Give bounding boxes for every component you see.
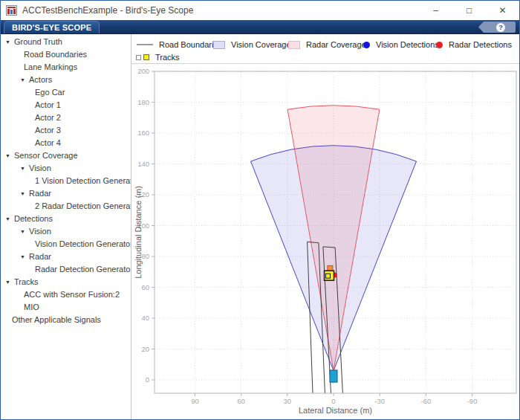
tree-item-label: Detections bbox=[14, 213, 53, 225]
tree-item-label: 1 Vision Detection Generator bbox=[35, 175, 131, 187]
track-square-swatch bbox=[143, 54, 149, 60]
ribbon-bar: BIRD'S-EYE SCOPE ? bbox=[1, 20, 519, 34]
tree-item-label: Tracks bbox=[14, 276, 39, 288]
tree-item-acc-with-sensor-fusion-2[interactable]: ACC with Sensor Fusion:2 bbox=[1, 288, 131, 301]
x-axis-label: Lateral Distance (m) bbox=[299, 406, 372, 415]
legend-item-radar-coverage: Radar Coverage bbox=[288, 39, 366, 51]
tree-collapse-arrow-icon[interactable]: ▼ bbox=[5, 213, 10, 225]
tree-item-1-vision-detection-generator[interactable]: 1 Vision Detection Generator bbox=[1, 175, 131, 187]
legend-label: Vision Detections bbox=[376, 40, 439, 49]
tree-item-label: Vision Detection Generator bbox=[35, 238, 131, 251]
tree-item-label: Actors bbox=[29, 74, 52, 86]
tree-item-actor-3[interactable]: Actor 3 bbox=[1, 124, 131, 137]
tree-collapse-arrow-icon[interactable]: ▼ bbox=[5, 149, 10, 162]
tree-item-label: Radar Detection Generator bbox=[35, 263, 131, 276]
close-button[interactable]: ✕ bbox=[486, 1, 519, 20]
vision-detection-dot-swatch bbox=[363, 42, 370, 48]
birds-eye-plot: 9060300-30-60-90020406080100120140160180… bbox=[131, 64, 520, 420]
y-tick-label: 160 bbox=[137, 129, 149, 137]
tree-collapse-arrow-icon[interactable]: ▼ bbox=[20, 74, 25, 86]
y-tick-label: 180 bbox=[137, 98, 149, 106]
tree-item-vision-detection-generator[interactable]: Vision Detection Generator bbox=[1, 238, 131, 251]
x-tick-label: -90 bbox=[467, 397, 478, 405]
signal-tree: ▼Ground TruthRoad BoundariesLane Marking… bbox=[1, 34, 131, 420]
tree-item-radar-detection-generator[interactable]: Radar Detection Generator bbox=[1, 263, 131, 276]
x-tick-label: 60 bbox=[237, 397, 245, 405]
tree-item-label: Lane Markings bbox=[24, 61, 77, 74]
tree-item-label: Sensor Coverage bbox=[14, 149, 78, 162]
tree-item-detections[interactable]: ▼Detections bbox=[1, 213, 131, 225]
tree-item-label: Radar bbox=[29, 251, 51, 263]
tree-item-mio[interactable]: MIO bbox=[1, 301, 131, 314]
y-tick-label: 140 bbox=[137, 160, 149, 168]
y-tick-label: 60 bbox=[141, 283, 149, 291]
tree-item-2-radar-detection-generator[interactable]: 2 Radar Detection Generator bbox=[1, 200, 131, 213]
app-icon bbox=[6, 5, 17, 16]
tree-collapse-arrow-icon[interactable]: ▼ bbox=[20, 225, 25, 238]
tree-item-label: Ego Car bbox=[35, 86, 65, 99]
title-bar: ACCTestBenchExample - Bird's-Eye Scope –… bbox=[1, 1, 519, 20]
legend-item-tracks: Tracks bbox=[136, 51, 180, 63]
tree-item-label: ACC with Sensor Fusion:2 bbox=[24, 288, 120, 301]
tree-collapse-arrow-icon[interactable]: ▼ bbox=[5, 36, 10, 48]
x-tick-label: 30 bbox=[284, 397, 292, 405]
legend-label: Radar Coverage bbox=[306, 40, 366, 49]
legend-item-road-boundaries: Road Boundaries bbox=[137, 39, 222, 51]
track-history-square-swatch bbox=[136, 55, 141, 60]
tree-item-ego-car[interactable]: Ego Car bbox=[1, 86, 131, 99]
tree-item-actor-2[interactable]: Actor 2 bbox=[1, 112, 131, 124]
tree-item-label: Radar bbox=[29, 187, 51, 200]
tree-item-radar[interactable]: ▼Radar bbox=[1, 251, 131, 263]
tree-collapse-arrow-icon[interactable]: ▼ bbox=[5, 276, 10, 288]
tree-item-ground-truth[interactable]: ▼Ground Truth bbox=[1, 36, 131, 48]
tree-item-label: Actor 4 bbox=[35, 137, 61, 149]
app-window: ACCTestBenchExample - Bird's-Eye Scope –… bbox=[0, 0, 520, 420]
help-icon: ? bbox=[496, 23, 505, 32]
maximize-button[interactable]: □ bbox=[452, 1, 486, 20]
legend-label: Vision Coverage bbox=[231, 40, 291, 49]
tree-item-actor-4[interactable]: Actor 4 bbox=[1, 137, 131, 149]
y-tick-label: 0 bbox=[146, 375, 149, 384]
tree-item-actors[interactable]: ▼Actors bbox=[1, 74, 131, 86]
vision-coverage-swatch bbox=[213, 41, 225, 49]
tree-item-tracks[interactable]: ▼Tracks bbox=[1, 276, 131, 288]
tree-item-label: Vision bbox=[29, 225, 51, 238]
x-tick-label: 90 bbox=[191, 397, 199, 405]
tree-collapse-arrow-icon[interactable]: ▼ bbox=[20, 162, 25, 175]
tree-item-label: Ground Truth bbox=[14, 36, 62, 48]
radar-coverage-swatch bbox=[288, 41, 300, 49]
tree-item-vision[interactable]: ▼Vision bbox=[1, 162, 131, 175]
x-tick-label: -30 bbox=[374, 397, 385, 405]
tree-item-other-applicable-signals[interactable]: Other Applicable Signals bbox=[1, 314, 131, 326]
minimize-button[interactable]: – bbox=[419, 1, 452, 20]
tree-item-lane-markings[interactable]: Lane Markings bbox=[1, 61, 131, 74]
plot-legend: Road BoundariesVision CoverageRadar Cove… bbox=[131, 34, 520, 64]
tree-item-label: Actor 1 bbox=[35, 99, 61, 112]
y-axis-label: Longitudinal Distance (m) bbox=[134, 186, 143, 279]
y-tick-label: 200 bbox=[137, 67, 149, 75]
tree-item-radar[interactable]: ▼Radar bbox=[1, 187, 131, 200]
x-tick-label: 0 bbox=[331, 397, 335, 405]
tree-collapse-arrow-icon[interactable]: ▼ bbox=[20, 251, 25, 263]
road-boundaries-line-swatch bbox=[137, 44, 153, 45]
tree-item-label: Vision bbox=[29, 162, 51, 175]
ego-car-marker bbox=[330, 370, 337, 382]
legend-label: Tracks bbox=[155, 53, 180, 62]
tree-item-label: Actor 2 bbox=[35, 112, 61, 124]
tree-item-actor-1[interactable]: Actor 1 bbox=[1, 99, 131, 112]
help-button[interactable]: ? bbox=[478, 22, 516, 33]
window-title: ACCTestBenchExample - Bird's-Eye Scope bbox=[22, 5, 193, 16]
y-tick-label: 80 bbox=[141, 252, 149, 260]
tree-collapse-arrow-icon[interactable]: ▼ bbox=[20, 187, 25, 200]
tab-birds-eye-scope[interactable]: BIRD'S-EYE SCOPE bbox=[4, 21, 100, 33]
legend-item-vision-detections: Vision Detections bbox=[363, 39, 439, 51]
plot-panel: Road BoundariesVision CoverageRadar Cove… bbox=[131, 34, 520, 420]
tree-item-road-boundaries[interactable]: Road Boundaries bbox=[1, 48, 131, 61]
legend-label: Radar Detections bbox=[449, 40, 512, 49]
legend-item-radar-detections: Radar Detections bbox=[436, 39, 512, 51]
radar-detection-dot-swatch bbox=[436, 42, 443, 48]
tree-item-label: Road Boundaries bbox=[24, 48, 87, 61]
tree-item-sensor-coverage[interactable]: ▼Sensor Coverage bbox=[1, 149, 131, 162]
tree-item-vision[interactable]: ▼Vision bbox=[1, 225, 131, 238]
y-tick-label: 20 bbox=[141, 345, 149, 353]
